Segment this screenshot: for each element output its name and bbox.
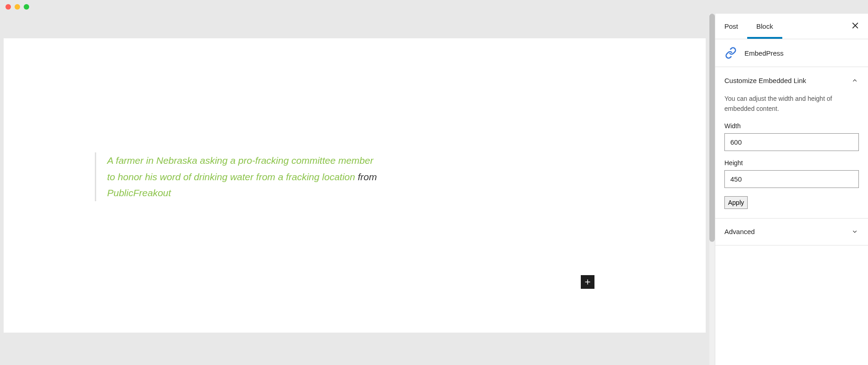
- window-close-button[interactable]: [5, 4, 11, 10]
- plus-icon: [583, 277, 593, 287]
- height-label: Height: [724, 159, 859, 167]
- height-input[interactable]: [724, 170, 859, 188]
- window-minimize-button[interactable]: [15, 4, 20, 10]
- editor-canvas: A farmer in Nebraska asking a pro-fracki…: [0, 14, 709, 365]
- embed-text: A farmer in Nebraska asking a pro-fracki…: [107, 152, 382, 201]
- width-label: Width: [724, 122, 859, 130]
- customize-panel-body: You can adjust the width and height of e…: [715, 94, 868, 218]
- content-canvas[interactable]: A farmer in Nebraska asking a pro-fracki…: [4, 38, 706, 333]
- customize-panel: Customize Embedded Link You can adjust t…: [715, 67, 868, 219]
- close-panel-button[interactable]: [850, 21, 861, 32]
- scrollbar-track[interactable]: [709, 14, 715, 365]
- customize-description: You can adjust the width and height of e…: [724, 94, 859, 114]
- width-input[interactable]: [724, 133, 859, 151]
- advanced-panel-header[interactable]: Advanced: [715, 219, 868, 245]
- chevron-up-icon: [851, 76, 859, 84]
- apply-button[interactable]: Apply: [724, 196, 748, 209]
- tab-block[interactable]: Block: [747, 14, 782, 38]
- width-field: Width: [724, 122, 859, 151]
- block-header: EmbedPress: [715, 39, 868, 67]
- window-maximize-button[interactable]: [24, 4, 29, 10]
- embed-title-link[interactable]: A farmer in Nebraska asking a pro-fracki…: [107, 155, 373, 182]
- close-icon: [851, 21, 860, 30]
- customize-panel-header[interactable]: Customize Embedded Link: [715, 67, 868, 94]
- embed-from-text: from: [355, 172, 377, 182]
- advanced-panel-title: Advanced: [724, 228, 755, 235]
- tab-post[interactable]: Post: [715, 14, 747, 38]
- embed-block[interactable]: A farmer in Nebraska asking a pro-fracki…: [95, 152, 382, 201]
- add-block-button[interactable]: [581, 275, 594, 289]
- customize-panel-title: Customize Embedded Link: [724, 77, 806, 84]
- window-chrome: [0, 0, 868, 14]
- height-field: Height: [724, 159, 859, 188]
- advanced-panel: Advanced: [715, 219, 868, 245]
- embed-source-link[interactable]: PublicFreakout: [107, 188, 171, 198]
- block-title: EmbedPress: [744, 49, 784, 57]
- scrollbar-thumb[interactable]: [709, 14, 715, 242]
- embedpress-icon: [724, 47, 737, 59]
- chevron-down-icon: [851, 228, 859, 236]
- settings-sidebar: Post Block EmbedPress Customize Embedded…: [715, 14, 868, 365]
- sidebar-tabs: Post Block: [715, 14, 868, 39]
